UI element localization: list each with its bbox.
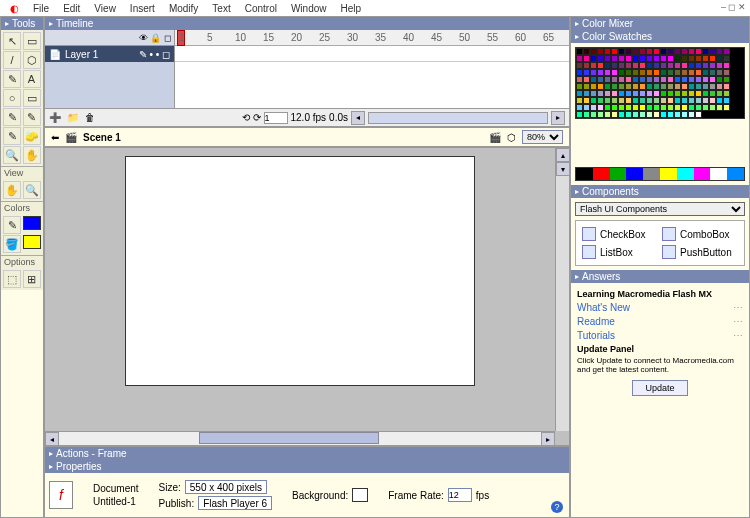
answer-link[interactable]: What's New⋯ xyxy=(577,302,743,313)
tool-3[interactable]: ⬡ xyxy=(23,51,41,69)
actions-header[interactable]: Actions - Frame xyxy=(45,447,569,460)
swatch[interactable] xyxy=(695,90,702,97)
swatch[interactable] xyxy=(688,90,695,97)
mixer-header[interactable]: Color Mixer xyxy=(571,17,749,30)
swatch[interactable] xyxy=(597,111,604,118)
swatch[interactable] xyxy=(653,69,660,76)
swatch[interactable] xyxy=(639,48,646,55)
swatch[interactable] xyxy=(660,90,667,97)
component-combobox[interactable]: ComboBox xyxy=(662,227,738,241)
swatch[interactable] xyxy=(716,69,723,76)
swatch[interactable] xyxy=(667,48,674,55)
swatch[interactable] xyxy=(702,104,709,111)
tool-6[interactable]: ○ xyxy=(3,89,21,107)
swatch[interactable] xyxy=(681,69,688,76)
swatch-grid[interactable] xyxy=(575,47,745,119)
menu-control[interactable]: Control xyxy=(239,2,283,15)
scroll-right[interactable]: ▸ xyxy=(551,111,565,125)
swatch[interactable] xyxy=(639,111,646,118)
swatch[interactable] xyxy=(681,48,688,55)
edit-scene-icon[interactable]: 🎬 xyxy=(489,132,501,143)
swatch[interactable] xyxy=(597,48,604,55)
swatch[interactable] xyxy=(667,62,674,69)
zoom-select[interactable]: 80% xyxy=(522,130,563,144)
swatch[interactable] xyxy=(723,62,730,69)
swatch[interactable] xyxy=(597,97,604,104)
swatch[interactable] xyxy=(695,97,702,104)
tool-8[interactable]: ✎ xyxy=(3,108,21,126)
swatch[interactable] xyxy=(604,111,611,118)
swatch[interactable] xyxy=(583,83,590,90)
tool-0[interactable]: ↖ xyxy=(3,32,21,50)
menu-edit[interactable]: Edit xyxy=(57,2,86,15)
swatch[interactable] xyxy=(611,104,618,111)
swatch[interactable] xyxy=(646,48,653,55)
swatches-header[interactable]: Color Swatches xyxy=(571,30,749,43)
timeline-header[interactable]: Timeline xyxy=(45,17,569,30)
swatch[interactable] xyxy=(702,90,709,97)
swatch[interactable] xyxy=(723,104,730,111)
swatch[interactable] xyxy=(674,111,681,118)
add-folder-icon[interactable]: 📁 xyxy=(67,112,79,123)
swatch[interactable] xyxy=(688,83,695,90)
swatch[interactable] xyxy=(695,83,702,90)
swatch[interactable] xyxy=(618,104,625,111)
back-icon[interactable]: ⬅ xyxy=(51,132,59,143)
swatch[interactable] xyxy=(576,55,583,62)
component-set-select[interactable]: Flash UI Components xyxy=(575,202,745,216)
option-2[interactable]: ⊞ xyxy=(23,270,41,288)
swatch[interactable] xyxy=(667,90,674,97)
swatch[interactable] xyxy=(723,69,730,76)
swatch[interactable] xyxy=(702,76,709,83)
swatch[interactable] xyxy=(702,55,709,62)
swatch[interactable] xyxy=(716,48,723,55)
swatch[interactable] xyxy=(618,48,625,55)
swatch[interactable] xyxy=(688,76,695,83)
tool-1[interactable]: ▭ xyxy=(23,32,41,50)
swatch[interactable] xyxy=(674,48,681,55)
swatch[interactable] xyxy=(681,76,688,83)
onion-icon-2[interactable]: ⟳ xyxy=(253,112,261,123)
swatch[interactable] xyxy=(681,62,688,69)
swatch[interactable] xyxy=(625,55,632,62)
swatch[interactable] xyxy=(632,97,639,104)
swatch[interactable] xyxy=(660,69,667,76)
option-1[interactable]: ⬚ xyxy=(3,270,21,288)
swatch[interactable] xyxy=(611,55,618,62)
size-button[interactable]: 550 x 400 pixels xyxy=(185,480,267,494)
swatch[interactable] xyxy=(695,55,702,62)
swatch[interactable] xyxy=(583,97,590,104)
publish-button[interactable]: Flash Player 6 xyxy=(198,496,272,510)
swatch[interactable] xyxy=(611,48,618,55)
swatch[interactable] xyxy=(625,76,632,83)
swatch[interactable] xyxy=(646,90,653,97)
swatch[interactable] xyxy=(639,76,646,83)
swatch[interactable] xyxy=(611,76,618,83)
swatch[interactable] xyxy=(653,62,660,69)
swatch[interactable] xyxy=(597,83,604,90)
add-layer-icon[interactable]: ➕ xyxy=(49,112,61,123)
swatch[interactable] xyxy=(674,55,681,62)
swatch[interactable] xyxy=(576,62,583,69)
swatch[interactable] xyxy=(576,90,583,97)
swatch[interactable] xyxy=(688,55,695,62)
swatch[interactable] xyxy=(653,83,660,90)
swatch[interactable] xyxy=(611,83,618,90)
swatch[interactable] xyxy=(576,83,583,90)
tool-10[interactable]: ✎ xyxy=(3,127,21,145)
swatch[interactable] xyxy=(618,97,625,104)
swatch[interactable] xyxy=(702,97,709,104)
swatch[interactable] xyxy=(646,62,653,69)
swatch[interactable] xyxy=(667,83,674,90)
swatch[interactable] xyxy=(590,48,597,55)
swatch[interactable] xyxy=(618,90,625,97)
swatch[interactable] xyxy=(723,76,730,83)
swatch[interactable] xyxy=(632,104,639,111)
properties-header[interactable]: Properties xyxy=(45,460,569,473)
swatch[interactable] xyxy=(618,76,625,83)
swatch[interactable] xyxy=(674,97,681,104)
swatch[interactable] xyxy=(590,97,597,104)
trash-icon[interactable]: 🗑 xyxy=(85,112,95,123)
swatch[interactable] xyxy=(695,48,702,55)
swatch[interactable] xyxy=(590,62,597,69)
